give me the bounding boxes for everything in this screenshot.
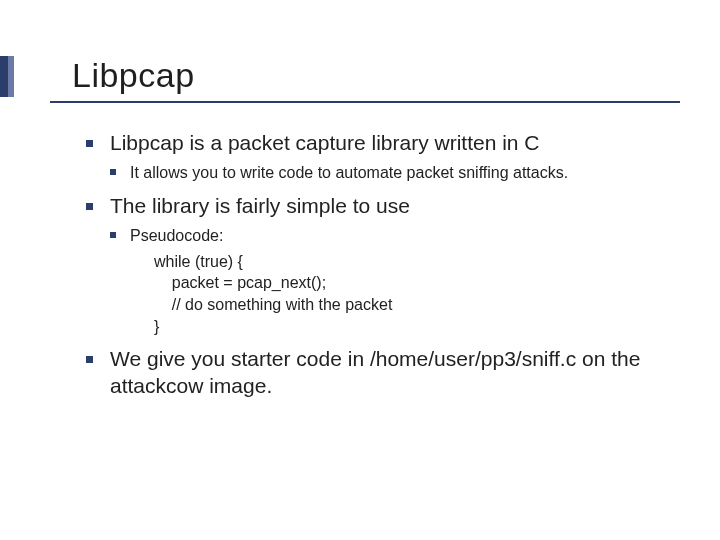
slide-body: Libpcap is a packet capture library writ… (86, 129, 680, 400)
title-accent-bar (0, 56, 14, 97)
sub-bullet-item: Pseudocode: (110, 225, 680, 247)
sub-bullet-text: It allows you to write code to automate … (130, 164, 568, 181)
slide: Libpcap Libpcap is a packet capture libr… (0, 0, 720, 540)
bullet-item: Libpcap is a packet capture library writ… (86, 129, 680, 184)
sub-bullet-text: Pseudocode: (130, 227, 223, 244)
bullet-item: The library is fairly simple to use Pseu… (86, 192, 680, 337)
sub-bullet-item: It allows you to write code to automate … (110, 162, 680, 184)
bullet-list: Libpcap is a packet capture library writ… (86, 129, 680, 400)
bullet-text: Libpcap is a packet capture library writ… (110, 131, 540, 154)
bullet-text: The library is fairly simple to use (110, 194, 410, 217)
sub-bullet-list: It allows you to write code to automate … (110, 162, 680, 184)
sub-bullet-list: Pseudocode: (110, 225, 680, 247)
bullet-item: We give you starter code in /home/user/p… (86, 345, 680, 400)
bullet-text: We give you starter code in /home/user/p… (110, 347, 640, 397)
title-block: Libpcap (72, 56, 680, 103)
slide-title: Libpcap (50, 56, 680, 103)
pseudocode-block: while (true) { packet = pcap_next(); // … (154, 251, 680, 337)
